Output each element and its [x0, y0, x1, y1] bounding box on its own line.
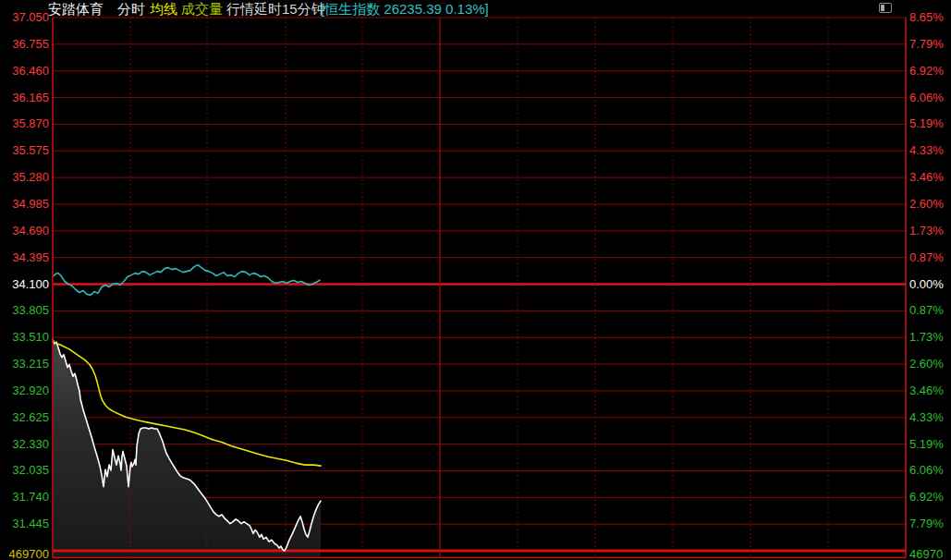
percent-axis-label: 6.06%: [909, 91, 944, 104]
percent-axis-label: 5.19%: [909, 438, 944, 451]
price-axis-label: 31.445: [3, 517, 49, 530]
percent-axis-label: 6.92%: [909, 491, 944, 504]
percent-axis-label: 1.73%: [909, 331, 944, 344]
intraday-chart: [0, 0, 951, 560]
price-axis-label: 33.215: [3, 358, 49, 371]
stock-intraday-app: 安踏体育 分时 均线 成交量 行情延时15分钟 [恒生指数 26235.39 0…: [0, 0, 951, 560]
price-axis-label: 33.510: [3, 331, 49, 344]
percent-axis-label: 0.00%: [909, 278, 944, 291]
price-axis-label: 36.460: [3, 65, 49, 78]
price-axis-label: 31.740: [3, 491, 49, 504]
price-axis-label: 32.920: [3, 384, 49, 397]
percent-axis-label: 2.60%: [909, 358, 944, 371]
percent-axis-label: 7.79%: [909, 517, 944, 530]
percent-axis-label: 0.87%: [909, 304, 944, 317]
percent-axis-label: 4.33%: [909, 144, 944, 157]
price-axis-label: 37.050: [3, 11, 49, 24]
price-axis-label: 35.575: [3, 144, 49, 157]
percent-axis-label: 7.79%: [909, 38, 944, 51]
price-axis-label: 32.625: [3, 411, 49, 424]
price-axis-label: 36.165: [3, 91, 49, 104]
percent-axis-label: 6.06%: [909, 464, 944, 477]
percent-axis-label: 6.92%: [909, 65, 944, 78]
percent-axis-label: 1.73%: [909, 225, 944, 237]
price-axis-label: 34.100: [3, 278, 49, 291]
price-axis-label: 33.805: [3, 304, 49, 317]
price-axis-label: 34.985: [3, 198, 49, 211]
percent-axis-label: 8.65%: [909, 11, 944, 24]
hang-seng-index-pct-line: [53, 265, 320, 296]
price-axis-label: 32.330: [3, 438, 49, 451]
volume-scale-label-left: 469700: [3, 548, 49, 560]
price-axis-label: 32.035: [3, 464, 49, 477]
volume-scale-label-right: 46970: [909, 548, 943, 560]
price-axis-label: 34.690: [3, 225, 49, 237]
percent-axis-label: 5.19%: [909, 117, 944, 130]
percent-axis-label: 0.87%: [909, 251, 944, 264]
price-axis-label: 35.870: [3, 117, 49, 130]
price-axis-label: 36.755: [3, 38, 49, 51]
percent-axis-label: 3.46%: [909, 384, 944, 397]
price-area-fill: [53, 339, 321, 557]
price-axis-label: 35.280: [3, 171, 49, 184]
percent-axis-label: 3.46%: [909, 171, 944, 184]
percent-axis-label: 4.33%: [909, 411, 944, 424]
percent-axis-label: 2.60%: [909, 198, 944, 211]
price-axis-label: 34.395: [3, 251, 49, 264]
